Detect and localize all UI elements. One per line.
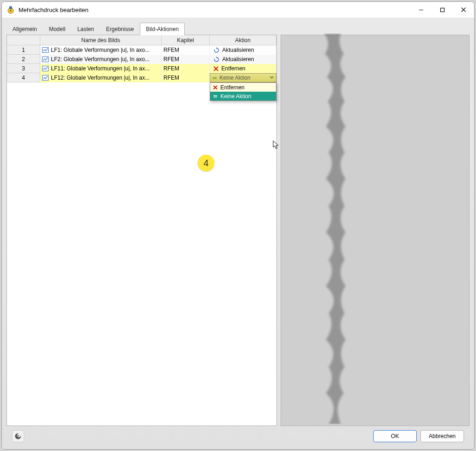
- row-chapter: RFEM: [162, 73, 210, 82]
- svg-point-11: [47, 57, 48, 58]
- tab-ergebnisse[interactable]: Ergebnisse: [100, 23, 140, 35]
- window-title: Mehrfachdruck bearbeiten: [19, 6, 88, 13]
- refresh-icon: [213, 47, 219, 53]
- grid-header: Name des Bilds Kapitel Aktion: [7, 35, 276, 45]
- row-name-cell: LF1: Globale Verformungen |u|, In axo...: [40, 45, 162, 55]
- row-name-cell: LF12: Globale Verformungen |u|, In ax...: [40, 73, 162, 82]
- cancel-button[interactable]: Abbrechen: [420, 430, 464, 442]
- dropdown-selected-text: Keine Aktion: [219, 75, 251, 81]
- table-row[interactable]: 1 LF1: Globale Verformungen |u|, In axo.…: [7, 45, 276, 55]
- no-action-icon: [213, 94, 218, 99]
- row-action[interactable]: Aktualisieren: [210, 45, 276, 55]
- tab-modell[interactable]: Modell: [43, 23, 71, 35]
- row-number: 2: [7, 55, 40, 64]
- tab-bild-aktionen[interactable]: Bild-Aktionen: [140, 23, 185, 35]
- chevron-down-icon: [269, 75, 274, 81]
- preview-panel: [281, 35, 470, 426]
- row-number: 3: [7, 64, 40, 73]
- remove-icon: [213, 66, 219, 71]
- remove-icon: [213, 85, 218, 90]
- header-action[interactable]: Aktion: [210, 35, 276, 45]
- image-icon: [42, 75, 49, 81]
- dropdown-item-keine-aktion[interactable]: Keine Aktion: [210, 92, 276, 100]
- svg-point-18: [47, 76, 48, 77]
- titlebar: Mehrfachdruck bearbeiten: [2, 2, 474, 18]
- action-dropdown[interactable]: Keine Aktion Entfernen: [210, 73, 276, 82]
- client-area: Allgemein Modell Lasten Ergebnisse Bild-…: [2, 18, 474, 449]
- svg-rect-13: [43, 66, 49, 71]
- image-icon: [42, 66, 49, 71]
- grid-body: 1 LF1: Globale Verformungen |u|, In axo.…: [7, 45, 276, 82]
- row-chapter: RFEM: [162, 55, 210, 64]
- image-icon: [42, 47, 49, 53]
- dropdown-menu: Entfernen Keine Aktion: [210, 82, 276, 101]
- row-action-label: Entfernen: [221, 65, 245, 72]
- row-number: 4: [7, 73, 40, 82]
- header-chapter[interactable]: Kapitel: [162, 35, 210, 45]
- table-row[interactable]: 4 LF12: Globale Verformungen |u|, In ax.…: [7, 73, 276, 82]
- table-row[interactable]: 3 LF11: Globale Verformungen |u|, In ax.…: [7, 64, 276, 73]
- row-name-cell: LF11: Globale Verformungen |u|, In ax...: [40, 64, 162, 73]
- tab-strip: Allgemein Modell Lasten Ergebnisse Bild-…: [6, 23, 470, 35]
- row-action[interactable]: Entfernen: [210, 64, 276, 73]
- cursor-icon: [273, 140, 279, 151]
- svg-rect-17: [43, 75, 49, 81]
- row-name-text: LF12: Globale Verformungen |u|, In ax...: [51, 75, 150, 81]
- header-name[interactable]: Name des Bilds: [40, 35, 162, 45]
- dropdown-item-label: Entfernen: [220, 84, 244, 91]
- table-row[interactable]: 2 LF2: Globale Verformungen |u|, In axo.…: [7, 55, 276, 64]
- image-icon: [42, 56, 49, 62]
- maximize-button[interactable]: [432, 2, 453, 18]
- header-number[interactable]: [7, 35, 40, 45]
- app-icon: [6, 6, 15, 14]
- refresh-icon: [213, 56, 219, 63]
- no-action-icon: [212, 75, 217, 81]
- row-name-text: LF2: Globale Verformungen |u|, In axo...: [51, 56, 150, 63]
- svg-marker-9: [217, 47, 218, 49]
- row-name-text: LF1: Globale Verformungen |u|, In axo...: [51, 47, 150, 53]
- help-button[interactable]: ?: [12, 430, 24, 442]
- row-number: 1: [7, 45, 40, 55]
- tab-allgemein[interactable]: Allgemein: [6, 23, 43, 35]
- ok-button[interactable]: OK: [373, 430, 417, 442]
- callout-badge-label: 4: [203, 158, 208, 169]
- svg-text:?: ?: [17, 434, 19, 438]
- row-chapter: RFEM: [162, 64, 210, 73]
- grid-panel: Name des Bilds Kapitel Aktion 1 LF1: Glo…: [6, 35, 277, 426]
- svg-rect-1: [10, 6, 12, 9]
- dropdown-item-label: Keine Aktion: [220, 93, 251, 100]
- row-name-text: LF11: Globale Verformungen |u|, In ax...: [51, 65, 150, 72]
- minimize-button[interactable]: [410, 2, 432, 18]
- svg-rect-10: [43, 57, 49, 62]
- svg-marker-12: [217, 56, 218, 58]
- svg-point-14: [47, 67, 48, 68]
- callout-badge: 4: [198, 155, 214, 171]
- svg-rect-7: [43, 48, 49, 53]
- tab-lasten[interactable]: Lasten: [71, 23, 100, 35]
- dropdown-item-entfernen[interactable]: Entfernen: [210, 83, 276, 92]
- dropdown-display[interactable]: Keine Aktion: [210, 73, 276, 82]
- dialog-footer: ? OK Abbrechen: [6, 426, 470, 446]
- close-button[interactable]: [453, 2, 474, 18]
- row-chapter: RFEM: [162, 45, 210, 55]
- dialog-window: Mehrfachdruck bearbeiten Allgemein Model…: [1, 1, 475, 450]
- row-name-cell: LF2: Globale Verformungen |u|, In axo...: [40, 55, 162, 64]
- svg-point-8: [47, 48, 48, 49]
- svg-point-2: [10, 10, 12, 12]
- row-action-label: Aktualisieren: [222, 56, 254, 63]
- row-action[interactable]: Aktualisieren: [210, 55, 276, 64]
- svg-rect-4: [440, 8, 444, 12]
- row-action-label: Aktualisieren: [222, 47, 254, 53]
